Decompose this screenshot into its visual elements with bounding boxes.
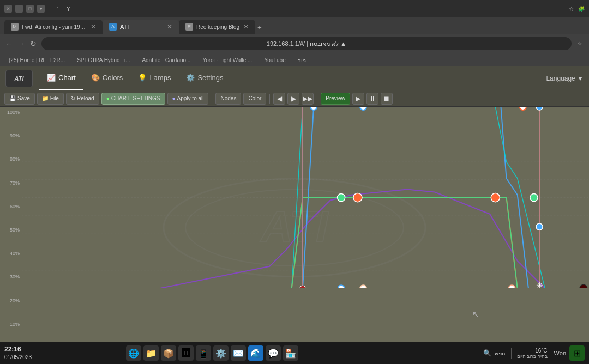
taskbar-amazon-icon[interactable]: 🅰: [178, 345, 194, 361]
weather-desc: בחיר ברוב היום: [517, 354, 548, 359]
language-selector[interactable]: Language ▼: [546, 75, 584, 82]
close-window-btn[interactable]: ✕: [4, 5, 12, 13]
tab-close-reef[interactable]: ✕: [243, 23, 249, 31]
browser-tabs: M Fwd: Ati config - yanir1984@gm... ✕ A …: [0, 17, 589, 34]
tab-favicon-email: M: [11, 23, 19, 31]
taskbar-files-icon[interactable]: 📁: [143, 345, 159, 361]
bookmarks-bar: (25) Home | REEF2R... SPECTRA Hybrid Li.…: [0, 53, 589, 66]
taskbar-teams-icon[interactable]: 💬: [266, 345, 281, 361]
toolbar-sep-3: [317, 94, 317, 104]
reload-label: Reload: [77, 95, 94, 101]
y-axis: 100% 90% 80% 70% 60% 50% 40% 30% 20% 10%…: [0, 107, 22, 353]
taskbar-store-icon[interactable]: 🏪: [283, 345, 298, 361]
svg-point-26: [338, 285, 345, 288]
save-label: Save: [17, 95, 30, 101]
bookmark-yoroi[interactable]: Yoroi · Light Wallet...: [199, 56, 255, 64]
weather-temp: 16°C: [535, 348, 547, 354]
svg-text:✳: ✳: [536, 280, 543, 288]
svg-point-28: [509, 285, 515, 288]
nodes-label: Nodes: [220, 95, 236, 101]
fast-forward-button[interactable]: ▶▶: [302, 93, 314, 105]
tab-reefkeeping[interactable]: R Reefkeeping Blog ✕: [179, 20, 255, 34]
settings-icon: ⚙️: [186, 74, 195, 82]
color-button[interactable]: Color: [243, 93, 266, 105]
y-label-10: 10%: [2, 321, 20, 327]
play-button[interactable]: ▶: [352, 93, 364, 105]
chart-svg: ✳: [22, 107, 589, 288]
sys-separator: [511, 348, 512, 359]
taskbar-dropbox-icon[interactable]: 📦: [161, 345, 176, 361]
forward-button[interactable]: →: [17, 40, 25, 47]
taskbar-mail-icon[interactable]: ✉️: [231, 345, 246, 361]
colors-icon: 🎨: [91, 74, 100, 82]
taskbar-date: 01/05/2023: [4, 354, 32, 361]
nodes-button[interactable]: Nodes: [215, 93, 241, 105]
tab-label-ati: ATI: [120, 23, 129, 30]
apply-label: Apply to all: [177, 95, 204, 101]
tab-chart-label: Chart: [58, 74, 76, 82]
apply-dot: ●: [172, 95, 176, 101]
minimize-window-btn[interactable]: ─: [15, 5, 23, 13]
prev-button[interactable]: ◀: [273, 93, 285, 105]
file-button[interactable]: 📁 File: [37, 93, 64, 105]
back-button[interactable]: ←: [5, 40, 13, 47]
stop-button[interactable]: ⏹: [381, 93, 393, 105]
bookmark-spectra[interactable]: SPECTRA Hybrid Li...: [74, 56, 133, 64]
address-text: 192.168.1.1/#/ | לא מאובטח ▲: [267, 40, 346, 47]
browser-menu-icon: ⋮: [55, 6, 60, 12]
svg-point-19: [353, 193, 362, 202]
taskbar-win-button[interactable]: ⊞: [569, 345, 585, 361]
won-label: Won: [554, 350, 566, 356]
svg-point-20: [491, 193, 500, 202]
bookmark-adalite[interactable]: AdaLite · Cardano...: [139, 56, 194, 64]
y-label-90: 90%: [2, 133, 20, 138]
taskbar: 22:16 01/05/2023 🌐 📁 📦 🅰 📱 ⚙️ ✉️ 🌊 💬 🏪 🔍…: [0, 342, 589, 364]
taskbar-apps-icon[interactable]: 📱: [196, 345, 211, 361]
bookmark-page-button[interactable]: ☆: [576, 40, 584, 47]
browser-top-bar: ✕ ─ □ ▾ ⋮ Y ☆ 🧩: [0, 0, 589, 17]
maximize-window-btn[interactable]: □: [26, 5, 34, 13]
logo-text: ATI: [15, 75, 24, 82]
apply-all-button[interactable]: ● Apply to all: [167, 93, 209, 105]
bookmark-home[interactable]: (25) Home | REEF2R...: [5, 56, 68, 64]
next-button[interactable]: ▶: [287, 93, 299, 105]
y-label-40: 40%: [2, 251, 20, 256]
save-button[interactable]: 💾 Save: [4, 93, 35, 105]
tab-email[interactable]: M Fwd: Ati config - yanir1984@gm... ✕: [4, 20, 103, 34]
tab-label-email: Fwd: Ati config - yanir1984@gm...: [22, 24, 87, 30]
new-tab-button[interactable]: +: [255, 21, 264, 34]
tab-close-email[interactable]: ✕: [91, 23, 96, 31]
chart-settings-button[interactable]: ● CHART_SETTINGS: [101, 93, 165, 105]
language-label: Language ▼: [546, 75, 584, 82]
svg-point-22: [536, 107, 543, 110]
tab-ati[interactable]: A ATI ✕: [103, 20, 179, 34]
pause-button[interactable]: ⏸: [366, 93, 378, 105]
taskbar-edge-icon[interactable]: 🌊: [248, 345, 263, 361]
toolbar: 💾 Save 📁 File ↻ Reload ● CHART_SETTINGS …: [0, 90, 589, 107]
window-controls: ✕ ─ □ ▾: [4, 5, 45, 13]
taskbar-settings-icon[interactable]: ⚙️: [213, 345, 229, 361]
svg-point-17: [360, 107, 366, 110]
reload-button[interactable]: ↻: [29, 40, 37, 47]
bookmark-giur[interactable]: גיור: [294, 56, 309, 64]
tab-close-ati[interactable]: ✕: [167, 23, 172, 31]
tab-colors[interactable]: 🎨 Colors: [83, 66, 131, 90]
tab-chart[interactable]: 📈 Chart: [39, 66, 83, 90]
preview-button[interactable]: Preview: [321, 93, 350, 105]
bookmark-youtube[interactable]: YouTube: [261, 56, 289, 64]
tab-settings[interactable]: ⚙️ Settings: [178, 66, 231, 90]
chart-settings-dot: ●: [106, 95, 110, 101]
menu-window-btn[interactable]: ▾: [37, 5, 45, 13]
taskbar-chrome-icon[interactable]: 🌐: [126, 345, 141, 361]
reload-button-app[interactable]: ↻ Reload: [66, 93, 99, 105]
tab-settings-label: Settings: [197, 74, 223, 82]
app-nav: ATI 📈 Chart 🎨 Colors 💡 Lamps ⚙️ Settings…: [0, 66, 589, 90]
app-container: ATI 📈 Chart 🎨 Colors 💡 Lamps ⚙️ Settings…: [0, 66, 589, 364]
y-label-70: 70%: [2, 180, 20, 186]
y-label-30: 30%: [2, 274, 20, 280]
tab-lamps-label: Lamps: [149, 74, 171, 82]
y-label-50: 50%: [2, 227, 20, 233]
address-bar[interactable]: 192.168.1.1/#/ | לא מאובטח ▲: [41, 37, 572, 50]
tab-lamps[interactable]: 💡 Lamps: [130, 66, 178, 90]
chart-area: ATI 100% 90% 80% 70% 60% 50% 40% 30% 20%…: [0, 107, 589, 364]
